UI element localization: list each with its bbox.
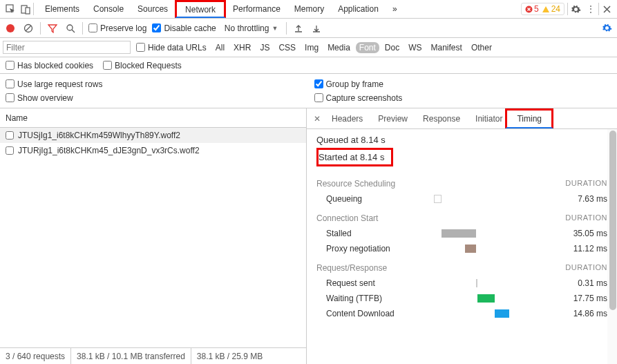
pill-media[interactable]: Media xyxy=(324,42,354,53)
tab-performance[interactable]: Performance xyxy=(226,0,287,18)
device-icon[interactable] xyxy=(18,1,33,17)
proxy-label: Proxy negotiation xyxy=(316,244,434,253)
stalled-value: 35.05 ms xyxy=(559,229,607,238)
group-frame-label: Group by frame xyxy=(326,79,383,89)
requests-count: 3 / 640 requests xyxy=(0,348,71,364)
stalled-bar xyxy=(442,229,476,238)
throttling-label: No throttling xyxy=(225,23,269,33)
pill-font[interactable]: Font xyxy=(356,42,379,53)
proxy-bar xyxy=(465,245,476,253)
large-rows-checkbox[interactable]: Use large request rows xyxy=(6,79,303,89)
blocked-cookies-checkbox[interactable]: Has blocked cookies xyxy=(6,61,93,70)
tab-sources[interactable]: Sources xyxy=(131,0,175,18)
close-icon[interactable] xyxy=(599,6,614,13)
pill-img[interactable]: Img xyxy=(301,42,322,53)
name-column-header[interactable]: Name xyxy=(0,108,306,128)
pill-doc[interactable]: Doc xyxy=(381,42,403,53)
queueing-bar xyxy=(434,195,442,203)
capture-ss-label: Capture screenshots xyxy=(326,93,403,103)
pill-js[interactable]: JS xyxy=(256,42,273,53)
queueing-value: 7.63 ms xyxy=(559,194,607,204)
request-name: JTURjIg1_i6t8kCHKm45_dJE3gnD_vx3rCs.woff… xyxy=(18,146,200,155)
pill-all[interactable]: All xyxy=(212,42,228,53)
proxy-value: 11.12 ms xyxy=(559,244,607,253)
kebab-icon[interactable]: ⋮ xyxy=(583,4,598,14)
sent-bar xyxy=(476,279,477,287)
record-icon[interactable] xyxy=(4,22,17,35)
sent-label: Request sent xyxy=(316,278,434,288)
issue-badges[interactable]: 5 24 xyxy=(521,3,564,15)
started-at: Started at 8.14 s xyxy=(316,148,393,166)
duration-header: DURATION xyxy=(565,213,607,223)
tab-initiator[interactable]: Initiator xyxy=(468,108,504,128)
download-value: 14.86 ms xyxy=(559,309,607,318)
queueing-label: Queueing xyxy=(316,194,434,204)
pill-xhr[interactable]: XHR xyxy=(230,42,254,53)
pill-other[interactable]: Other xyxy=(468,42,495,53)
inspect-icon[interactable] xyxy=(3,1,18,17)
group-frame-checkbox[interactable]: Group by frame xyxy=(314,79,612,89)
download-label: Content Download xyxy=(316,309,434,318)
tab-console[interactable]: Console xyxy=(86,0,131,18)
blocked-requests-checkbox[interactable]: Blocked Requests xyxy=(103,61,182,70)
table-row[interactable]: JTUSjIg1_i6t8kCHKm459WlhyyTh89Y.woff2 xyxy=(0,128,306,143)
clear-icon[interactable] xyxy=(22,22,35,35)
show-overview-label: Show overview xyxy=(17,93,73,103)
pill-css[interactable]: CSS xyxy=(275,42,299,53)
waiting-value: 17.75 ms xyxy=(559,294,607,303)
scrollbar-thumb[interactable] xyxy=(609,131,616,310)
error-count: 5 xyxy=(534,4,539,14)
svg-line-7 xyxy=(72,30,75,32)
large-rows-label: Use large request rows xyxy=(17,79,102,89)
duration-header: DURATION xyxy=(565,179,607,189)
resources-size: 38.1 kB / 25.9 MB xyxy=(191,348,268,364)
sent-value: 0.31 ms xyxy=(559,278,607,288)
svg-line-5 xyxy=(26,26,31,31)
show-overview-checkbox[interactable]: Show overview xyxy=(6,93,303,103)
transferred-size: 38.1 kB / 10.1 MB transferred xyxy=(71,348,191,364)
tab-preview[interactable]: Preview xyxy=(371,108,415,128)
pill-manifest[interactable]: Manifest xyxy=(428,42,466,53)
download-icon[interactable] xyxy=(310,22,323,35)
warn-count: 24 xyxy=(551,4,560,14)
download-bar xyxy=(495,309,509,318)
filter-input[interactable] xyxy=(3,41,131,54)
disable-cache-label: Disable cache xyxy=(164,23,216,33)
waiting-bar xyxy=(477,294,495,303)
disable-cache-checkbox[interactable]: Disable cache xyxy=(152,23,216,33)
stalled-label: Stalled xyxy=(316,229,434,238)
status-bar: 3 / 640 requests 38.1 kB / 10.1 MB trans… xyxy=(0,347,306,364)
preserve-log-checkbox[interactable]: Preserve log xyxy=(88,23,146,33)
request-name: JTUSjIg1_i6t8kCHKm459WlhyyTh89Y.woff2 xyxy=(18,131,180,140)
hide-urls-label: Hide data URLs xyxy=(148,43,207,52)
tab-response[interactable]: Response xyxy=(416,108,467,128)
connection-label: Connection Start xyxy=(316,213,378,223)
svg-rect-2 xyxy=(26,8,30,14)
blocked-cookies-label: Has blocked cookies xyxy=(17,61,93,70)
tab-elements[interactable]: Elements xyxy=(38,0,86,18)
tab-memory[interactable]: Memory xyxy=(287,0,331,18)
tab-application[interactable]: Application xyxy=(331,0,386,18)
upload-icon[interactable] xyxy=(292,22,305,35)
tab-headers[interactable]: Headers xyxy=(325,108,370,128)
capture-ss-checkbox[interactable]: Capture screenshots xyxy=(314,93,612,103)
table-row[interactable]: JTURjIg1_i6t8kCHKm45_dJE3gnD_vx3rCs.woff… xyxy=(0,143,306,158)
gear-icon[interactable] xyxy=(568,4,583,15)
hide-data-urls-checkbox[interactable]: Hide data URLs xyxy=(136,43,207,52)
reqres-label: Request/Response xyxy=(316,263,387,273)
scheduling-label: Resource Scheduling xyxy=(316,179,395,189)
tab-network[interactable]: Network xyxy=(175,0,226,18)
search-icon[interactable] xyxy=(64,22,77,35)
tab-overflow[interactable]: » xyxy=(386,0,404,18)
throttling-select[interactable]: No throttling▼ xyxy=(222,22,281,35)
settings-gear-icon[interactable] xyxy=(600,22,613,35)
duration-header: DURATION xyxy=(565,263,607,273)
pill-ws[interactable]: WS xyxy=(405,42,425,53)
preserve-log-label: Preserve log xyxy=(100,23,146,33)
waiting-label: Waiting (TTFB) xyxy=(316,294,434,303)
blocked-requests-label: Blocked Requests xyxy=(115,61,182,70)
filter-icon[interactable] xyxy=(46,22,59,35)
scrollbar[interactable] xyxy=(607,129,617,364)
tab-timing[interactable]: Timing xyxy=(505,108,553,128)
close-panel-icon[interactable]: ✕ xyxy=(311,114,323,124)
